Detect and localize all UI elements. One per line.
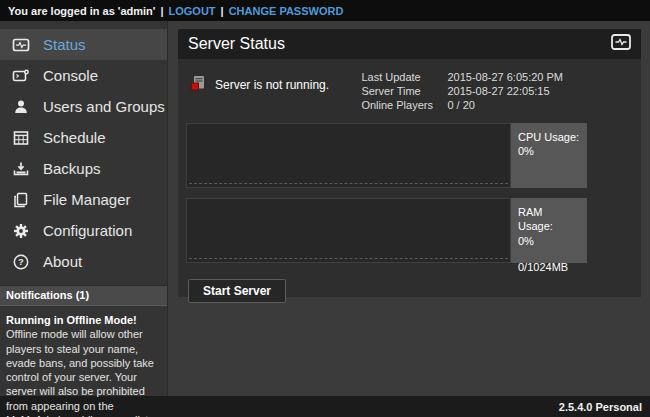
- notification-text: Offline mode will allow other players to…: [6, 327, 161, 417]
- sidebar-item-label: Schedule: [43, 129, 106, 146]
- question-icon: ?: [12, 253, 30, 271]
- graph-zero-line: [189, 258, 508, 259]
- topbar: You are logged in as 'admin' | LOGOUT | …: [0, 0, 650, 21]
- sidebar-item-schedule[interactable]: Schedule: [0, 122, 167, 153]
- server-status-message: Server is not running.: [186, 69, 361, 94]
- sidebar-item-status[interactable]: Status: [0, 29, 167, 60]
- sidebar-item-label: About: [43, 253, 82, 270]
- cpu-usage-box: CPU Usage: 0%: [511, 123, 587, 188]
- info-value: 0 / 20: [447, 99, 563, 111]
- graph-zero-line: [189, 183, 508, 184]
- sidebar-item-console[interactable]: Console: [0, 60, 167, 91]
- sidebar-item-file-manager[interactable]: File Manager: [0, 184, 167, 215]
- sidebar-item-label: Backups: [43, 160, 101, 177]
- sidebar-item-label: Configuration: [43, 222, 132, 239]
- ram-usage-box: RAM Usage: 0% 0/1024MB: [511, 198, 587, 263]
- ram-graph: [186, 198, 511, 263]
- cpu-usage-row: CPU Usage: 0%: [186, 123, 633, 188]
- cpu-usage-value: 0%: [518, 144, 580, 158]
- sidebar-item-users-and-groups[interactable]: Users and Groups: [0, 91, 167, 122]
- panel-body: Server is not running. Last Update 2015-…: [178, 59, 641, 311]
- backup-download-icon: [12, 160, 30, 178]
- server-info-table: Last Update 2015-08-27 6:05:20 PM Server…: [361, 71, 563, 111]
- server-stopped-icon: [190, 75, 206, 94]
- sidebar-item-label: Console: [43, 67, 98, 84]
- change-password-link[interactable]: CHANGE PASSWORD: [229, 5, 344, 17]
- status-row: Server is not running. Last Update 2015-…: [186, 69, 633, 111]
- start-server-button[interactable]: Start Server: [188, 279, 286, 303]
- ram-usage-detail: 0/1024MB: [518, 260, 580, 274]
- main-area: Server Status Server is not running. Las…: [168, 21, 650, 396]
- svg-text:?: ?: [18, 256, 24, 267]
- server-status-panel: Server Status Server is not running. Las…: [178, 29, 641, 297]
- sidebar-item-label: Users and Groups: [43, 98, 165, 115]
- page-title: Server Status: [188, 35, 611, 53]
- info-label: Online Players: [361, 99, 447, 111]
- logout-link[interactable]: LOGOUT: [169, 5, 216, 17]
- notifications-header: Notifications (1): [0, 285, 167, 306]
- pulse-monitor-icon: [611, 34, 631, 54]
- separator: |: [221, 5, 224, 17]
- sidebar-item-backups[interactable]: Backups: [0, 153, 167, 184]
- sidebar-menu: Status Console Users and Groups Schedule: [0, 21, 167, 277]
- ram-usage-label: RAM Usage:: [518, 205, 580, 234]
- sidebar-item-about[interactable]: ? About: [0, 246, 167, 277]
- info-label: Server Time: [361, 85, 447, 97]
- sidebar: Status Console Users and Groups Schedule: [0, 21, 168, 396]
- separator: |: [160, 5, 163, 17]
- cpu-graph: [186, 123, 511, 188]
- notification-title: Running in Offline Mode!: [6, 313, 161, 327]
- ram-usage-value: 0%: [518, 234, 580, 248]
- logged-in-text: You are logged in as 'admin': [8, 5, 155, 17]
- files-icon: [12, 191, 30, 209]
- status-icon: [12, 36, 30, 54]
- content-area: Status Console Users and Groups Schedule: [0, 21, 650, 396]
- status-text: Server is not running.: [215, 78, 329, 92]
- sidebar-item-label: Status: [43, 36, 86, 53]
- info-value: 2015-08-27 22:05:15: [447, 85, 563, 97]
- sidebar-item-configuration[interactable]: Configuration: [0, 215, 167, 246]
- ram-usage-row: RAM Usage: 0% 0/1024MB: [186, 198, 633, 263]
- version-text: 2.5.4.0 Personal: [559, 401, 642, 413]
- console-icon: [12, 67, 30, 85]
- info-label: Last Update: [361, 71, 447, 83]
- info-value: 2015-08-27 6:05:20 PM: [447, 71, 563, 83]
- user-icon: [12, 98, 30, 116]
- sidebar-item-label: File Manager: [43, 191, 131, 208]
- gear-icon: [12, 222, 30, 240]
- panel-header: Server Status: [178, 29, 641, 59]
- calendar-icon: [12, 129, 30, 147]
- notification-item: Running in Offline Mode! Offline mode wi…: [0, 306, 167, 417]
- cpu-usage-label: CPU Usage:: [518, 130, 580, 144]
